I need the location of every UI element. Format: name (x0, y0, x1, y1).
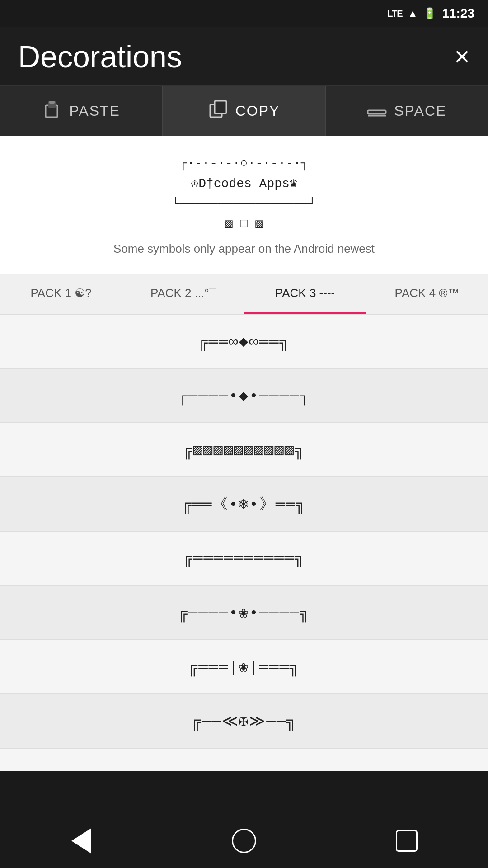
space-button[interactable]: SPACE (326, 86, 488, 136)
battery-icon: 🔋 (423, 7, 436, 20)
decoration-text: ╔══《•❄•》══╗ (182, 494, 306, 514)
preview-subtitle: Some symbols only appear on the Android … (113, 242, 375, 256)
preview-line2: ♔D†codes Apps♛ (172, 174, 316, 194)
decoration-item[interactable]: ┌────•◆•────┐ (0, 369, 488, 423)
page-title: Decorations (18, 39, 182, 74)
decoration-text: ╔══∞◆∞══╗ (198, 332, 290, 351)
preview-line4: ▨ □ ▨ (172, 214, 316, 235)
decoration-item[interactable]: ╔ ══•◦•══ ╗ (0, 749, 488, 771)
decoration-text: ╔────•❀•────╗ (178, 603, 310, 622)
preview-line1: ┌·-·-·-·○·-·-·-·┐ (172, 154, 316, 174)
decoration-text: ╔──≪✠≫──╗ (192, 712, 297, 731)
preview-line3: └─────────────────┘ (172, 194, 316, 215)
home-button[interactable] (226, 823, 262, 859)
copy-label: COPY (235, 103, 280, 119)
decoration-item[interactable]: ╔══∞◆∞══╗ (0, 315, 488, 369)
svg-rect-2 (49, 101, 55, 104)
home-icon (232, 829, 256, 853)
back-icon (71, 828, 91, 854)
decoration-text: ╔▨▨▨▨▨▨▨▨▨▨╗ (183, 440, 305, 459)
preview-area: ┌·-·-·-·○·-·-·-·┐ ♔D†codes Apps♛ └──────… (0, 136, 488, 274)
recent-icon (396, 830, 418, 852)
tab-bar: PACK 1 ☯? PACK 2 ...°¯ PACK 3 ---- PACK … (0, 274, 488, 315)
back-button[interactable] (63, 823, 99, 859)
recent-apps-button[interactable] (389, 823, 425, 859)
tab-pack4[interactable]: PACK 4 ®™ (366, 274, 488, 314)
close-button[interactable]: × (454, 43, 470, 70)
tab-pack2[interactable]: PACK 2 ...°¯ (122, 274, 244, 314)
space-label: SPACE (394, 103, 446, 119)
decoration-item[interactable]: ╔═══|❀|═══╗ (0, 640, 488, 694)
status-bar: LTE ▲ 🔋 11:23 (0, 0, 488, 27)
decoration-item[interactable]: ╔══《•❄•》══╗ (0, 477, 488, 532)
paste-label: PASTE (69, 103, 120, 119)
lte-icon: LTE (387, 9, 402, 19)
decoration-text: ╔══════════╗ (183, 550, 305, 567)
header: Decorations × (0, 27, 488, 86)
decoration-item[interactable]: ╔▨▨▨▨▨▨▨▨▨▨╗ (0, 423, 488, 477)
decoration-text: ╔═══|❀|═══╗ (188, 657, 300, 676)
svg-rect-5 (368, 110, 386, 114)
svg-rect-4 (215, 101, 226, 113)
toolbar: PASTE COPY SPACE (0, 86, 488, 136)
paste-icon (42, 99, 62, 123)
decoration-text: ╔ ══•◦•══ ╗ (188, 767, 300, 771)
decorations-list: ╔══∞◆∞══╗ ┌────•◆•────┐ ╔▨▨▨▨▨▨▨▨▨▨╗ ╔══… (0, 315, 488, 771)
bottom-nav (0, 814, 488, 868)
decoration-item[interactable]: ╔──≪✠≫──╗ (0, 694, 488, 749)
copy-icon (208, 99, 228, 123)
paste-button[interactable]: PASTE (0, 86, 163, 136)
tab-pack1[interactable]: PACK 1 ☯? (0, 274, 122, 314)
space-icon (367, 101, 387, 121)
decoration-item[interactable]: ╔══════════╗ (0, 532, 488, 586)
preview-decoration: ┌·-·-·-·○·-·-·-·┐ ♔D†codes Apps♛ └──────… (172, 154, 316, 235)
decoration-item[interactable]: ╔────•❀•────╗ (0, 586, 488, 640)
tab-pack3[interactable]: PACK 3 ---- (244, 274, 366, 314)
copy-button[interactable]: COPY (163, 86, 325, 136)
signal-bars-icon: ▲ (408, 8, 418, 19)
decoration-text: ┌────•◆•────┐ (178, 386, 310, 405)
status-time: 11:23 (442, 6, 474, 21)
status-icons: LTE ▲ 🔋 11:23 (387, 6, 474, 21)
